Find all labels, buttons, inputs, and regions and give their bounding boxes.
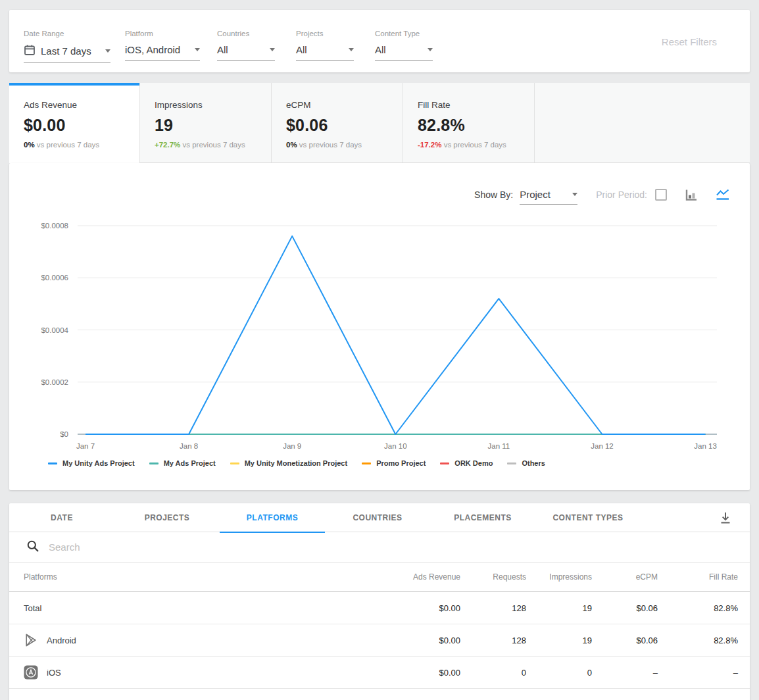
row-label-cell: Android	[24, 633, 381, 647]
row-value: $0.00	[381, 603, 460, 613]
row-value: 19	[526, 636, 592, 645]
stat-card-fill-rate[interactable]: Fill Rate82.8%-17.2% vs previous 7 days	[403, 83, 534, 163]
filter-value[interactable]: All	[296, 44, 354, 61]
show-by-dropdown[interactable]: Project	[520, 189, 577, 205]
row-label-cell: iOS	[24, 665, 381, 680]
svg-text:$0.0006: $0.0006	[41, 274, 68, 282]
filter-projects[interactable]: ProjectsAll	[296, 10, 354, 72]
legend-swatch	[362, 463, 371, 464]
table-row-android[interactable]: Android$0.0012819$0.0682.8%	[9, 624, 750, 657]
svg-text:$0.0008: $0.0008	[41, 222, 68, 230]
row-value: –	[658, 668, 738, 678]
chevron-down-icon	[105, 49, 110, 53]
chevron-down-icon	[572, 193, 577, 196]
row-value: 0	[526, 668, 592, 678]
filter-bar: Date RangeLast 7 daysPlatformiOS, Androi…	[9, 10, 750, 72]
filter-selected-value: iOS, Android	[125, 44, 180, 55]
show-by-value: Project	[520, 189, 572, 200]
filter-value[interactable]: Last 7 days	[24, 44, 110, 63]
filter-label: Content Type	[375, 30, 420, 38]
stats-row: Ads Revenue$0.000% vs previous 7 daysImp…	[9, 83, 750, 163]
table-row-total: Total$0.0012819$0.0682.8%	[9, 592, 750, 624]
column-header-impressions: Impressions	[526, 572, 592, 582]
legend-item-promo-project[interactable]: Promo Project	[362, 459, 426, 467]
row-value: 128	[460, 636, 526, 645]
chart-card: Show By: Project Prior Period: $0$0.0002…	[9, 163, 750, 490]
column-header-ads-revenue: Ads Revenue	[381, 572, 460, 582]
stat-value: $0.00	[24, 116, 66, 135]
stat-label: eCPM	[286, 100, 311, 110]
filter-countries[interactable]: CountriesAll	[217, 10, 275, 72]
stat-label: Ads Revenue	[24, 100, 77, 110]
row-value: $0.00	[381, 636, 460, 645]
row-value: 128	[460, 603, 526, 613]
tab-platforms[interactable]: PLATFORMS	[220, 503, 325, 532]
row-value: $0.00	[381, 668, 460, 678]
row-label: Android	[47, 636, 76, 645]
stat-card-ecpm[interactable]: eCPM$0.060% vs previous 7 days	[271, 83, 403, 163]
filter-content-type[interactable]: Content TypeAll	[375, 10, 433, 72]
legend-item-my-ads-project[interactable]: My Ads Project	[149, 459, 216, 467]
app-store-icon	[24, 665, 38, 680]
filter-value[interactable]: All	[217, 44, 275, 61]
line-chart-toggle-icon[interactable]	[715, 188, 730, 201]
tab-countries[interactable]: COUNTRIES	[325, 503, 430, 532]
legend-item-ork-demo[interactable]: ORK Demo	[440, 459, 493, 467]
legend-label: My Unity Ads Project	[62, 459, 135, 467]
legend-label: My Ads Project	[164, 459, 216, 467]
svg-text:$0.0004: $0.0004	[41, 326, 68, 334]
reset-filters-button[interactable]: Reset Filters	[662, 36, 717, 47]
search-row	[9, 532, 750, 562]
chevron-down-icon	[270, 48, 275, 51]
table-header-row: PlatformsAds RevenueRequestsImpressionse…	[9, 562, 750, 592]
filter-selected-value: All	[217, 44, 228, 55]
bar-chart-toggle-icon[interactable]	[684, 188, 698, 201]
legend-swatch	[149, 463, 159, 464]
search-input[interactable]	[49, 541, 443, 553]
tab-date[interactable]: DATE	[9, 503, 114, 532]
chart-legend: My Unity Ads ProjectMy Ads ProjectMy Uni…	[48, 459, 545, 467]
stat-label: Fill Rate	[418, 100, 451, 110]
filter-date-range[interactable]: Date RangeLast 7 days	[24, 10, 110, 72]
table-tabs: DATEPROJECTSPLATFORMSCOUNTRIESPLACEMENTS…	[9, 503, 750, 532]
prior-period-checkbox[interactable]	[655, 189, 667, 201]
svg-text:Jan 11: Jan 11	[488, 442, 510, 450]
chart-controls: Show By: Project Prior Period:	[474, 186, 730, 204]
column-header-platforms: Platforms	[24, 572, 381, 582]
legend-item-others[interactable]: Others	[507, 459, 545, 467]
column-header-ecpm: eCPM	[592, 572, 658, 582]
legend-item-my-unity-monetization-project[interactable]: My Unity Monetization Project	[230, 459, 347, 467]
stat-value: 19	[155, 116, 173, 135]
chevron-down-icon	[349, 48, 354, 51]
tab-projects[interactable]: PROJECTS	[114, 503, 220, 532]
legend-label: My Unity Monetization Project	[245, 459, 347, 467]
legend-label: Promo Project	[376, 459, 426, 467]
table-row-ios[interactable]: iOS$0.0000––	[9, 657, 750, 689]
download-icon[interactable]	[720, 511, 731, 527]
google-play-icon	[24, 633, 38, 647]
tab-placements[interactable]: PLACEMENTS	[430, 503, 535, 532]
legend-item-my-unity-ads-project[interactable]: My Unity Ads Project	[48, 459, 135, 467]
legend-swatch	[230, 463, 239, 464]
row-value: 82.8%	[658, 636, 738, 645]
calendar-icon	[24, 44, 36, 58]
svg-text:$0: $0	[60, 430, 68, 438]
filter-label: Countries	[217, 30, 249, 38]
legend-swatch	[48, 463, 57, 464]
filter-label: Date Range	[24, 30, 64, 38]
stat-card-ads-revenue[interactable]: Ads Revenue$0.000% vs previous 7 days	[9, 83, 139, 163]
stat-delta: +72.7% vs previous 7 days	[155, 141, 245, 149]
row-label-cell: Total	[24, 603, 381, 613]
row-value: –	[592, 668, 658, 678]
filter-value[interactable]: All	[375, 44, 433, 61]
stat-card-impressions[interactable]: Impressions19+72.7% vs previous 7 days	[139, 83, 271, 163]
filter-label: Platform	[125, 30, 153, 38]
filter-platform[interactable]: PlatformiOS, Android	[125, 10, 200, 72]
stat-delta: -17.2% vs previous 7 days	[418, 141, 506, 149]
filter-label: Projects	[296, 30, 324, 38]
stat-value: 82.8%	[418, 116, 465, 135]
filter-value[interactable]: iOS, Android	[125, 44, 200, 61]
legend-swatch	[507, 463, 516, 464]
legend-label: ORK Demo	[454, 459, 493, 467]
tab-content-types[interactable]: CONTENT TYPES	[535, 503, 641, 532]
